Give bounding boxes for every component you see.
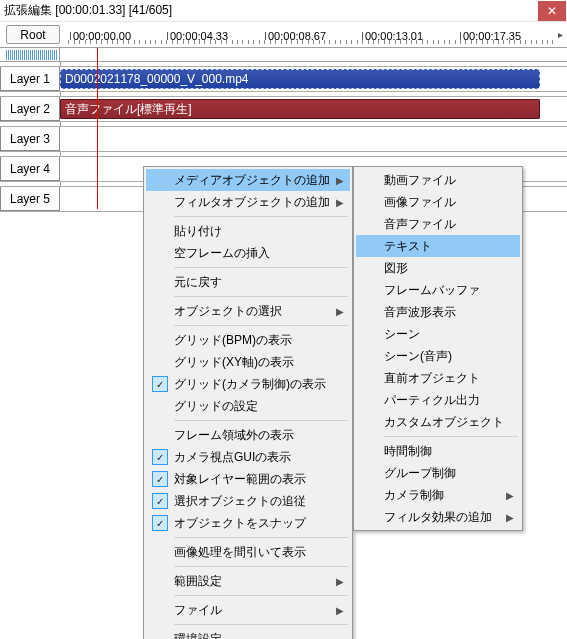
submenu-arrow-icon: ▶ (336, 576, 344, 587)
submenu-arrow-icon: ▶ (336, 175, 344, 186)
menu-item[interactable]: フレームバッファ (356, 279, 520, 301)
menu-item[interactable]: グリッド(XY軸)の表示 (146, 351, 350, 373)
menu-item-label: 直前オブジェクト (384, 370, 480, 387)
menu-item[interactable]: 範囲設定▶ (146, 570, 350, 592)
menu-item-label: 時間制御 (384, 443, 432, 460)
menu-item-label: グリッド(XY軸)の表示 (174, 354, 294, 371)
toolbar: Root 00:00:00.0000:00:04.3300:00:08.6700… (0, 22, 567, 48)
menu-item[interactable]: 元に戻す (146, 271, 350, 293)
menu-item[interactable]: シーン (356, 323, 520, 345)
track-row: Layer 2音声ファイル[標準再生] (0, 97, 567, 122)
menu-item[interactable]: フィルタオブジェクトの追加▶ (146, 191, 350, 213)
layer-label[interactable]: Layer 2 (0, 97, 60, 121)
titlebar: 拡張編集 [00:00:01.33] [41/605] ✕ (0, 0, 567, 22)
menu-item-label: シーン (384, 326, 420, 343)
menu-item[interactable]: 音声波形表示 (356, 301, 520, 323)
submenu-arrow-icon: ▶ (336, 306, 344, 317)
track-lane[interactable] (60, 127, 567, 151)
menu-item-label: ファイル (174, 602, 222, 619)
menu-separator (174, 624, 348, 625)
track-lane[interactable]: D0002021178_00000_V_000.mp4 (60, 67, 567, 91)
scale-row (0, 48, 567, 62)
menu-separator (174, 537, 348, 538)
menu-item[interactable]: 図形 (356, 257, 520, 279)
layer-label[interactable]: Layer 3 (0, 127, 60, 151)
menu-item[interactable]: シーン(音声) (356, 345, 520, 367)
layer-label[interactable]: Layer 4 (0, 157, 60, 181)
menu-item[interactable]: フィルタ効果の追加▶ (356, 506, 520, 528)
scale-indicator[interactable] (0, 48, 60, 61)
menu-item[interactable]: グリッド(BPM)の表示 (146, 329, 350, 351)
playhead[interactable] (97, 48, 98, 209)
layer-label[interactable]: Layer 5 (0, 187, 60, 211)
menu-separator (174, 296, 348, 297)
menu-item-label: フィルタ効果の追加 (384, 509, 492, 526)
menu-item[interactable]: 音声ファイル (356, 213, 520, 235)
check-icon: ✓ (152, 449, 168, 465)
menu-item-label: フレーム領域外の表示 (174, 427, 294, 444)
check-icon: ✓ (152, 515, 168, 531)
menu-item[interactable]: 画像処理を間引いて表示 (146, 541, 350, 563)
window-title: 拡張編集 [00:00:01.33] [41/605] (4, 2, 538, 19)
submenu-arrow-icon: ▶ (506, 490, 514, 501)
ruler-label: 00:00:04.33 (167, 32, 228, 40)
track-lane[interactable]: 音声ファイル[標準再生] (60, 97, 567, 121)
menu-separator (174, 595, 348, 596)
menu-item-label: グリッド(BPM)の表示 (174, 332, 292, 349)
track-row: Layer 3 (0, 127, 567, 152)
scroll-right-icon[interactable]: ▸ (553, 22, 567, 47)
menu-separator (174, 216, 348, 217)
menu-item-label: 図形 (384, 260, 408, 277)
menu-item-label: メディアオブジェクトの追加 (174, 172, 330, 189)
submenu-arrow-icon: ▶ (506, 512, 514, 523)
menu-item[interactable]: グリッドの設定 (146, 395, 350, 417)
menu-item-label: フィルタオブジェクトの追加 (174, 194, 330, 211)
menu-item-label: 音声波形表示 (384, 304, 456, 321)
menu-item-label: 動画ファイル (384, 172, 456, 189)
menu-item[interactable]: 直前オブジェクト (356, 367, 520, 389)
submenu-arrow-icon: ▶ (336, 605, 344, 616)
menu-item[interactable]: ファイル▶ (146, 599, 350, 621)
menu-item-label: テキスト (384, 238, 432, 255)
menu-item[interactable]: カメラ制御▶ (356, 484, 520, 506)
menu-item[interactable]: 画像ファイル (356, 191, 520, 213)
menu-item[interactable]: メディアオブジェクトの追加▶ (146, 169, 350, 191)
close-button[interactable]: ✕ (538, 1, 566, 21)
menu-item-label: パーティクル出力 (384, 392, 480, 409)
root-button[interactable]: Root (6, 25, 60, 44)
video-clip[interactable]: D0002021178_00000_V_000.mp4 (60, 69, 540, 89)
menu-item-label: シーン(音声) (384, 348, 452, 365)
menu-item-label: グリッド(カメラ制御)の表示 (174, 376, 326, 393)
ruler-label: 00:00:13.01 (362, 32, 423, 40)
menu-item-label: グループ制御 (384, 465, 456, 482)
check-icon: ✓ (152, 376, 168, 392)
timeline-ruler[interactable]: 00:00:00.0000:00:04.3300:00:08.6700:00:1… (64, 22, 553, 47)
menu-item[interactable]: 環境設定 (146, 628, 350, 639)
menu-item[interactable]: テキスト (356, 235, 520, 257)
menu-item-label: グリッドの設定 (174, 398, 258, 415)
menu-item[interactable]: 空フレームの挿入 (146, 242, 350, 264)
menu-item[interactable]: カスタムオブジェクト (356, 411, 520, 433)
menu-item[interactable]: カメラ視点GUIの表示✓ (146, 446, 350, 468)
menu-item-label: 画像ファイル (384, 194, 456, 211)
track-row: Layer 1D0002021178_00000_V_000.mp4 (0, 67, 567, 92)
menu-separator (174, 566, 348, 567)
menu-item[interactable]: オブジェクトをスナップ✓ (146, 512, 350, 534)
menu-item[interactable]: グループ制御 (356, 462, 520, 484)
context-submenu: 動画ファイル画像ファイル音声ファイルテキスト図形フレームバッファ音声波形表示シー… (353, 166, 523, 531)
layer-label[interactable]: Layer 1 (0, 67, 60, 91)
audio-clip[interactable]: 音声ファイル[標準再生] (60, 99, 540, 119)
menu-item[interactable]: 対象レイヤー範囲の表示✓ (146, 468, 350, 490)
menu-item[interactable]: パーティクル出力 (356, 389, 520, 411)
menu-item-label: 環境設定 (174, 631, 222, 640)
menu-item[interactable]: 動画ファイル (356, 169, 520, 191)
submenu-arrow-icon: ▶ (336, 197, 344, 208)
ruler-label: 00:00:17.35 (460, 32, 521, 40)
menu-item[interactable]: 貼り付け (146, 220, 350, 242)
menu-item[interactable]: フレーム領域外の表示 (146, 424, 350, 446)
menu-item-label: 画像処理を間引いて表示 (174, 544, 306, 561)
menu-item[interactable]: 時間制御 (356, 440, 520, 462)
menu-item[interactable]: グリッド(カメラ制御)の表示✓ (146, 373, 350, 395)
menu-item[interactable]: 選択オブジェクトの追従✓ (146, 490, 350, 512)
menu-item: オブジェクトの選択▶ (146, 300, 350, 322)
